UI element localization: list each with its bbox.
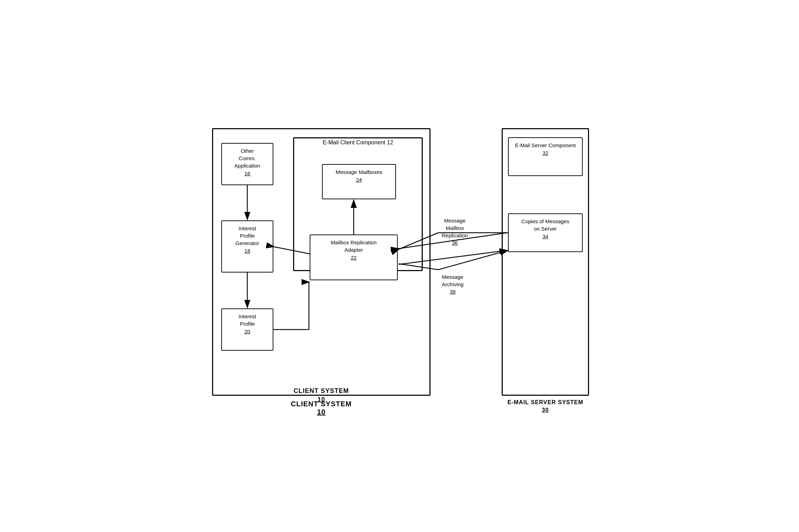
server-label-number: 30 [502, 407, 589, 413]
mailbox-replication-box: Mailbox Replication Adapter 22 [310, 234, 398, 280]
client-system-name: CLIENT SYSTEM [291, 400, 352, 408]
server-label-text: E-MAIL SERVER SYSTEM [508, 399, 583, 405]
client-system-num: 10 [317, 408, 326, 416]
email-server-box: E-Mail Server Component 32 [508, 137, 583, 176]
mm-title: Message Mailboxes [336, 169, 383, 175]
server-system-label: E-MAIL SERVER SYSTEM 30 [502, 399, 589, 413]
es-number: 32 [514, 150, 577, 156]
ma-number: 38 [450, 289, 456, 295]
client-label-text: CLIENT SYSTEM [293, 387, 349, 394]
mm-number: 24 [328, 177, 390, 183]
ipg-title: Interest Profile Generator [235, 225, 259, 246]
mra-number: 22 [315, 255, 392, 261]
message-mailbox-replication-label: MessageMailboxReplication 36 [442, 217, 468, 246]
diagram-wrapper: Other Comm. Application 16 Interest Prof… [206, 122, 593, 411]
svg-line-14 [438, 250, 508, 270]
cm-title: Copies of Messages on Server [521, 218, 569, 232]
mmr-number: 36 [452, 240, 458, 246]
mra-title: Mailbox Replication Adapter [331, 239, 377, 253]
other-comm-box: Other Comm. Application 16 [221, 143, 273, 185]
interest-profile-box: Interest Profile 20 [221, 308, 273, 351]
other-comm-title: Other Comm. Application [234, 148, 260, 169]
ipg-number: 18 [227, 248, 268, 254]
message-archiving-label: MessageArchiving 38 [442, 273, 464, 295]
mmr-text: MessageMailboxReplication [442, 218, 468, 238]
email-client-title: E-Mail Client Component [323, 139, 385, 145]
other-comm-number: 16 [227, 170, 268, 176]
message-mailboxes-box: Message Mailboxes 24 [322, 164, 396, 199]
ma-text: MessageArchiving [442, 274, 464, 287]
ip-number: 20 [227, 328, 268, 334]
ip-title: Interest Profile [239, 313, 256, 327]
cm-number: 34 [514, 233, 577, 239]
email-client-header: E-Mail Client Component 12 [293, 139, 423, 146]
es-title: E-Mail Server Component [515, 142, 576, 148]
email-client-number: 12 [387, 139, 393, 145]
interest-profile-gen-box: Interest Profile Generator 18 [221, 220, 273, 273]
copies-messages-box: Copies of Messages on Server 34 [508, 213, 583, 252]
client-system-bottom-label: CLIENT SYSTEM 10 [212, 400, 431, 416]
